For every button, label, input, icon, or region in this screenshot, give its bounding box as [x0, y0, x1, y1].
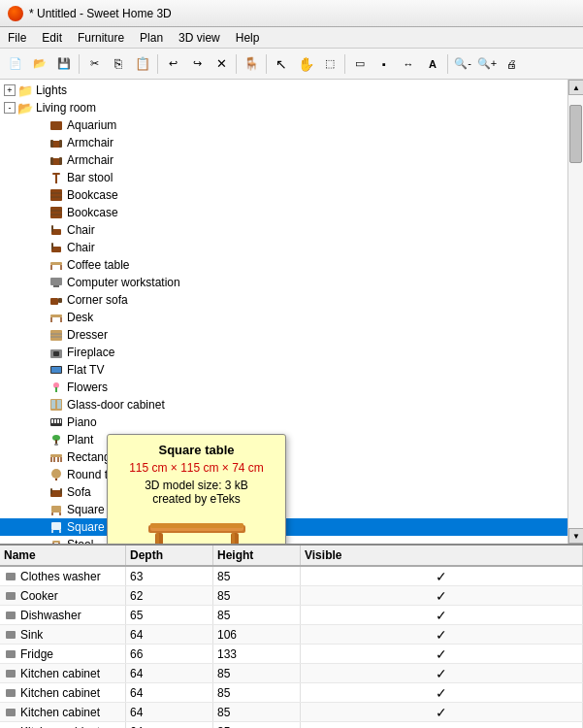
tooltip-creator: created by eTeks	[152, 492, 241, 506]
table-row[interactable]: Clothes washer 63 85 ✓	[0, 567, 583, 586]
tree-item-armchair2[interactable]: Armchair	[0, 151, 567, 169]
new-button[interactable]: 📄	[4, 52, 27, 76]
menu-3dview[interactable]: 3D view	[171, 27, 228, 48]
svg-rect-85	[6, 631, 16, 639]
tooltip-model-size: 3D model size: 3 kB	[145, 479, 248, 492]
table-row[interactable]: Dishwasher 65 85 ✓	[0, 606, 583, 625]
zoom-area-button[interactable]: ⬚	[318, 52, 341, 76]
cell-depth: 63	[126, 567, 213, 585]
cell-name: Kitchen cabinet	[0, 703, 126, 721]
paste-button[interactable]: 📋	[131, 52, 154, 76]
tree-item-fireplace[interactable]: Fireplace	[0, 344, 567, 361]
cell-height: 85	[213, 586, 301, 605]
svg-rect-6	[59, 157, 62, 165]
tree-scrollbar[interactable]: ▲ ▼	[567, 80, 583, 544]
create-rooms-button[interactable]: ▪	[372, 52, 396, 76]
toolbar-sep-4	[266, 54, 267, 74]
furniture-icon	[49, 537, 64, 544]
expand-living-room-icon[interactable]: -	[4, 102, 16, 114]
menu-file[interactable]: File	[0, 27, 34, 48]
create-dimensions-button[interactable]: ↔	[397, 52, 420, 76]
tree-item-flowers[interactable]: Flowers	[0, 379, 567, 396]
expand-lights-icon[interactable]: +	[4, 84, 16, 96]
scroll-up-arrow[interactable]: ▲	[568, 80, 583, 95]
tree-item-chair2[interactable]: Chair	[0, 239, 567, 256]
menu-furniture[interactable]: Furniture	[70, 27, 132, 48]
svg-rect-12	[50, 207, 62, 218]
create-label-button[interactable]: A	[421, 52, 444, 76]
svg-rect-45	[60, 419, 61, 423]
menu-help[interactable]: Help	[228, 27, 268, 48]
chair2-label: Chair	[67, 241, 95, 254]
tree-item-piano[interactable]: Piano	[0, 414, 567, 431]
row-icon	[4, 570, 17, 583]
save-button[interactable]: 💾	[52, 52, 76, 76]
pan-tool-button[interactable]: ✋	[294, 52, 317, 76]
furniture-icon	[49, 449, 64, 465]
scroll-track[interactable]	[568, 95, 583, 528]
table-row[interactable]: Kitchen cabinet 64 85 ✓	[0, 722, 583, 728]
create-walls-button[interactable]: ▭	[348, 52, 372, 76]
open-button[interactable]: 📂	[28, 52, 51, 76]
select-tool-button[interactable]: ↖	[270, 52, 293, 76]
menu-edit[interactable]: Edit	[34, 27, 70, 48]
cell-height: 133	[213, 645, 301, 663]
tree-item-bar-stool[interactable]: Bar stool	[0, 169, 567, 186]
cut-button[interactable]: ✂	[82, 52, 106, 76]
table-row[interactable]: Cooker 62 85 ✓	[0, 586, 583, 606]
tree-item-computer-workstation[interactable]: Computer workstation	[0, 274, 567, 291]
tree-group-living-room[interactable]: - 📂 Living room	[0, 99, 567, 116]
svg-point-54	[51, 469, 61, 479]
tree-item-desk[interactable]: Desk	[0, 309, 567, 326]
toolbar-sep-2	[157, 54, 158, 74]
zoom-out-button[interactable]: 🔍-	[451, 52, 474, 76]
redo-button[interactable]: ↪	[185, 52, 209, 76]
tree-item-aquarium[interactable]: Aquarium	[0, 116, 567, 134]
furniture-icon	[49, 310, 64, 325]
print-button[interactable]: 🖨	[500, 52, 523, 76]
svg-rect-87	[6, 670, 16, 678]
copy-button[interactable]: ⎘	[107, 52, 130, 76]
scroll-down-arrow[interactable]: ▼	[568, 528, 583, 544]
bar-stool-label: Bar stool	[67, 171, 113, 184]
svg-rect-33	[53, 351, 59, 356]
tree-item-armchair1[interactable]: Armchair	[0, 134, 567, 151]
svg-rect-5	[50, 157, 53, 165]
delete-button[interactable]: ✕	[210, 52, 233, 76]
cell-depth: 65	[126, 606, 213, 624]
tree-group-lights[interactable]: + 📁 Lights	[0, 82, 567, 99]
add-furniture-button[interactable]: 🪑	[240, 52, 263, 76]
furniture-table-panel: Name Depth Height Visible Clothes washer…	[0, 546, 583, 728]
scroll-thumb[interactable]	[569, 105, 582, 163]
tree-item-coffee-table[interactable]: Coffee table	[0, 256, 567, 274]
cell-name: Kitchen cabinet	[0, 722, 126, 728]
cell-depth: 64	[126, 703, 213, 721]
tree-item-flat-tv[interactable]: Flat TV	[0, 361, 567, 379]
svg-rect-40	[57, 400, 61, 409]
tree-item-bookcase1[interactable]: Bookcase	[0, 186, 567, 204]
tree-item-bookcase2[interactable]: Bookcase	[0, 204, 567, 221]
svg-rect-3	[59, 140, 62, 148]
svg-rect-76	[150, 523, 243, 528]
cell-name: Dishwasher	[0, 606, 126, 624]
toolbar-sep-3	[236, 54, 237, 74]
table-row[interactable]: Sink 64 106 ✓	[0, 625, 583, 645]
table-row[interactable]: Fridge 66 133 ✓	[0, 645, 583, 664]
dresser-label: Dresser	[67, 328, 108, 342]
menu-plan[interactable]: Plan	[132, 27, 171, 48]
table-row[interactable]: Kitchen cabinet 64 85 ✓	[0, 683, 583, 703]
table-row[interactable]: Kitchen cabinet 64 85 ✓	[0, 703, 583, 722]
app-icon	[8, 6, 23, 21]
tree-item-chair1[interactable]: Chair	[0, 221, 567, 239]
table-row[interactable]: Kitchen cabinet 64 85 ✓	[0, 664, 583, 683]
tree-item-dresser[interactable]: Dresser	[0, 326, 567, 344]
tree-item-glass-door-cabinet[interactable]: Glass-door cabinet	[0, 396, 567, 414]
furniture-icon	[49, 257, 64, 273]
zoom-in-button[interactable]: 🔍+	[475, 52, 499, 76]
cell-visible: ✓	[301, 645, 583, 663]
furniture-icon	[49, 292, 64, 308]
furniture-icon	[49, 135, 64, 150]
undo-button[interactable]: ↩	[161, 52, 184, 76]
tree-item-corner-sofa[interactable]: Corner sofa	[0, 291, 567, 309]
toolbar-sep-5	[344, 54, 345, 74]
